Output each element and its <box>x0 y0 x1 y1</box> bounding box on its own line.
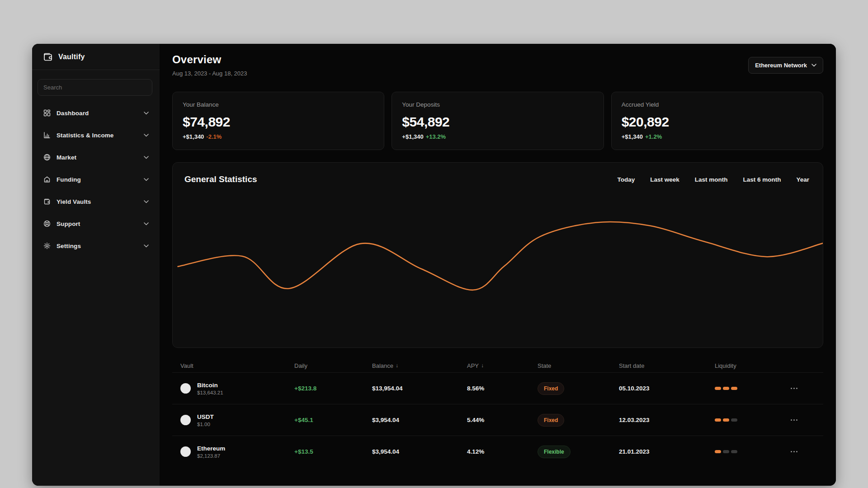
vault-avatar <box>180 383 191 394</box>
column-header-vault[interactable]: Vault <box>180 362 294 369</box>
chevron-down-icon <box>811 64 816 67</box>
sidebar-item-settings[interactable]: Settings <box>38 237 153 255</box>
sidebar-item-statistics-income[interactable]: Statistics & Income <box>38 126 153 144</box>
liquidity-pill-active <box>731 387 737 390</box>
liquidity-pill-active <box>715 418 721 422</box>
chevron-down-icon <box>144 134 149 137</box>
sidebar-item-funding[interactable]: Funding <box>38 170 153 188</box>
sidebar-item-dashboard[interactable]: Dashboard <box>38 104 153 122</box>
balance-value: $3,954.04 <box>372 448 467 455</box>
apy-value: 5.44% <box>467 417 538 423</box>
balance-value: $13,954.04 <box>372 385 467 392</box>
chevron-down-icon <box>144 244 149 248</box>
globe-icon <box>43 154 51 161</box>
general-statistics-panel: General Statistics TodayLast weekLast mo… <box>172 162 823 348</box>
table-row-ethereum[interactable]: Ethereum $2,123.87 +$13.5 $3,954.04 4.12… <box>172 436 823 467</box>
stat-card: Your Deposits $54,892 +$1,340+13.2% <box>392 92 604 150</box>
state-badge: Flexible <box>538 446 571 458</box>
range-tab-last-6-month[interactable]: Last 6 month <box>743 176 781 183</box>
main-content: Overview Aug 13, 2023 - Aug 18, 2023 Eth… <box>160 44 836 486</box>
apy-value: 4.12% <box>467 448 538 455</box>
column-header-apy[interactable]: APY ↓ <box>467 362 538 369</box>
support-icon <box>43 220 51 228</box>
vault-avatar <box>180 446 191 457</box>
search-input[interactable] <box>38 79 152 96</box>
liquidity-pill-inactive <box>731 450 737 453</box>
panel-title: General Statistics <box>184 174 257 184</box>
column-header-balance[interactable]: Balance ↓ <box>372 362 467 369</box>
statistics-icon <box>43 131 51 139</box>
sort-descending-icon: ↓ <box>396 362 398 369</box>
sidebar-item-support[interactable]: Support <box>38 215 153 233</box>
page-title: Overview <box>172 53 247 66</box>
liquidity-indicator <box>715 450 787 453</box>
time-range-tabs: TodayLast weekLast monthLast 6 monthYear <box>617 176 809 183</box>
network-selector-label: Ethereum Network <box>755 62 807 69</box>
chevron-down-icon <box>144 200 149 203</box>
statistics-line-chart <box>173 163 823 347</box>
liquidity-pill-active <box>723 418 729 422</box>
column-header-daily[interactable]: Daily <box>294 362 372 369</box>
start-date: 12.03.2023 <box>619 417 715 423</box>
state-badge: Fixed <box>538 382 564 395</box>
row-menu-button[interactable] <box>791 451 801 452</box>
daily-change: +$45.1 <box>294 417 372 423</box>
state-badge: Fixed <box>538 414 564 427</box>
vaults-table: Vault Daily Balance ↓ APY ↓ State Start … <box>172 359 823 467</box>
column-header-state[interactable]: State <box>538 362 619 369</box>
chevron-down-icon <box>144 112 149 115</box>
network-selector-button[interactable]: Ethereum Network <box>748 57 823 74</box>
sidebar-item-yield-vaults[interactable]: Yield Vaults <box>38 192 153 211</box>
start-date: 05.10.2023 <box>619 385 715 392</box>
liquidity-pill-inactive <box>731 418 737 422</box>
vault-icon <box>43 198 51 206</box>
start-date: 21.01.2023 <box>619 448 715 455</box>
stat-card: Accrued Yield $20,892 +$1,340+1.2% <box>611 92 823 150</box>
sidebar-item-market[interactable]: Market <box>38 148 153 166</box>
liquidity-indicator <box>715 418 787 422</box>
stat-cards-row: Your Balance $74,892 +$1,340-2.1% Your D… <box>172 92 823 150</box>
row-menu-button[interactable] <box>791 419 801 421</box>
liquidity-indicator <box>715 387 787 390</box>
table-header-row: Vault Daily Balance ↓ APY ↓ State Start … <box>172 359 823 372</box>
liquidity-pill-active <box>723 387 729 390</box>
sidebar-nav: Dashboard Statistics & Income Market Fun… <box>32 104 160 259</box>
range-tab-year[interactable]: Year <box>796 176 809 183</box>
liquidity-pill-active <box>715 387 721 390</box>
table-body: Bitcoin $13,643.21 +$213.8 $13,954.04 8.… <box>172 372 823 467</box>
chevron-down-icon <box>144 156 149 159</box>
range-tab-last-week[interactable]: Last week <box>650 176 679 183</box>
chevron-down-icon <box>144 222 149 225</box>
funding-icon <box>43 176 51 183</box>
column-header-start-date[interactable]: Start date <box>619 362 715 369</box>
table-row-usdt[interactable]: USDT $1.00 +$45.1 $3,954.04 5.44% Fixed … <box>172 404 823 436</box>
settings-icon <box>43 242 51 250</box>
apy-value: 8.56% <box>467 385 538 392</box>
range-tab-today[interactable]: Today <box>617 176 635 183</box>
vault-avatar <box>180 415 191 425</box>
date-range: Aug 13, 2023 - Aug 18, 2023 <box>172 70 247 77</box>
stat-card: Your Balance $74,892 +$1,340-2.1% <box>172 92 384 150</box>
row-menu-button[interactable] <box>791 388 801 389</box>
sidebar: Vaultify Dashboard Statistics & Income M… <box>32 44 160 486</box>
sort-descending-icon: ↓ <box>481 362 484 369</box>
app-name: Vaultify <box>58 53 85 61</box>
chevron-down-icon <box>144 178 149 181</box>
daily-change: +$13.5 <box>294 448 372 455</box>
daily-change: +$213.8 <box>294 385 372 392</box>
column-header-liquidity[interactable]: Liquidity <box>715 362 787 369</box>
app-logo: Vaultify <box>32 44 160 70</box>
wallet-logo-icon <box>43 52 53 62</box>
balance-value: $3,954.04 <box>372 417 467 423</box>
range-tab-last-month[interactable]: Last month <box>695 176 728 183</box>
table-row-bitcoin[interactable]: Bitcoin $13,643.21 +$213.8 $13,954.04 8.… <box>172 372 823 404</box>
liquidity-pill-inactive <box>723 450 729 453</box>
dashboard-icon <box>43 109 51 117</box>
app-window: Vaultify Dashboard Statistics & Income M… <box>32 44 836 486</box>
liquidity-pill-active <box>715 450 721 453</box>
